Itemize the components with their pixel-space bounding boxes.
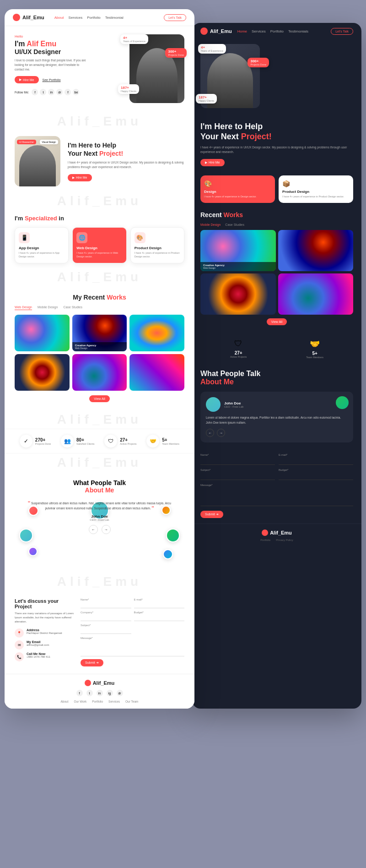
submit-button[interactable]: Submit ➜ [81,659,103,666]
project-hire-me-button[interactable]: ▶ Hire Me [68,174,92,181]
dark-spec-product[interactable]: 📦 Product Design I have 4+ years of expe… [279,175,353,203]
dc-next-button[interactable]: → [217,429,225,437]
work-item-1[interactable] [15,315,70,351]
nav-link-about[interactable]: About [54,16,64,20]
work-item-4[interactable] [15,354,70,391]
watermark-text-3: Alif_Emu [5,268,194,286]
dc-stat-active: 🛡 27+ Active Projects [230,339,247,359]
twitter-icon[interactable]: t [40,89,46,95]
dc-submit-button[interactable]: Submit ➜ [200,511,223,518]
email-input[interactable] [134,602,185,608]
projects-badge: 300+ Projects Done [165,48,187,58]
dark-navbar: Alif_Emu Home Services Portfolio Testimo… [192,23,361,39]
nav-link-portfolio[interactable]: Portfolio [87,16,100,20]
subject-input[interactable] [81,628,131,634]
dc-nav-portfolio[interactable]: Portfolio [270,29,284,33]
works-tab-case[interactable]: Case Studies [63,306,82,310]
behance-icon[interactable]: be [73,89,79,95]
light-hero-section: Hello I'm Alif Emu UI/UX Designer I love… [5,26,194,112]
watermark-text-2: Alif_Emu [5,192,194,210]
dark-specialized-section: 🎨 Design I have 4+ years of experience i… [192,172,361,207]
works-tab-web[interactable]: Web Design [15,306,32,310]
footer-dribbble-icon[interactable]: dr [117,690,123,696]
view-all-button[interactable]: View All [89,395,109,402]
footer-facebook-icon[interactable]: f [76,690,83,696]
dc-prev-button[interactable]: ← [206,429,214,437]
dc-nav-home[interactable]: Home [237,29,247,33]
footer-nav-team[interactable]: Our Team [125,700,138,703]
dc-name-label: Name* [200,453,275,456]
recent-works-section: My Recent Works Web Design Mobile Design… [5,286,194,410]
dc-budget-input[interactable] [279,473,353,480]
footer-nav-about[interactable]: About [61,700,69,703]
product-design-icon: 🎨 [135,232,145,243]
spec-card-web[interactable]: 🌐 Web Design I have 4+ years of experien… [72,227,126,263]
spec-card-product[interactable]: 🎨 Product Design I have 4+ years of expe… [130,227,184,263]
budget-input[interactable] [134,615,185,621]
company-input[interactable] [81,615,131,621]
dark-view-all-wrapper: View All [200,315,353,329]
testimonial-main-content: " Suspendisse ultrices at diam lectus nu… [15,501,184,521]
form-field-name: Name* [81,598,131,608]
dc-nav-services[interactable]: Services [252,29,266,33]
dc-work-item-3[interactable] [200,273,276,315]
linkedin-icon[interactable]: in [48,89,54,95]
floating-avatar-6 [163,549,173,559]
dark-footer: Alif_Emu Portfolio Privacy Policy [192,524,361,547]
dc-testimonial-nav: ← → [206,429,348,437]
work-item-5[interactable] [72,354,127,391]
dc-message-textarea[interactable] [200,488,353,506]
dark-spec-design[interactable]: 🎨 Design I have 4+ years of experience i… [200,175,275,203]
works-heading: My Recent Works [15,294,184,301]
dark-hire-me-button[interactable]: ▶ Hire Me [200,159,225,166]
nav-link-testimonial[interactable]: Testimonial [105,16,124,20]
dc-footer-portfolio[interactable]: Portfolio [260,539,270,541]
footer-twitter-icon[interactable]: t [86,690,93,696]
dribbble-icon[interactable]: dr [56,89,63,95]
dc-work-item-1[interactable]: Creative Agency Web Design [200,230,276,271]
dc-subject-input[interactable] [200,473,275,480]
works-tab-mobile[interactable]: Mobile Design [38,306,58,310]
name-input[interactable] [81,602,131,608]
footer-nav-services[interactable]: Services [108,700,120,703]
dark-logo: Alif_Emu [200,27,232,35]
footer-nav-portfolio[interactable]: Portfolio [92,700,103,703]
dc-testimonial-author: John Doe [224,401,243,405]
dark-project-desc: I have 4+ years of experience in UI/UX D… [200,145,353,154]
message-textarea[interactable] [81,640,184,656]
dc-work-item-4[interactable] [278,273,354,315]
dc-tab-case[interactable]: Case Studies [225,223,244,226]
footer-linkedin-icon[interactable]: in [97,690,103,696]
dc-email-input[interactable] [279,458,353,465]
see-portfolio-button[interactable]: See Portfolio [43,78,61,82]
work-item-6[interactable] [129,354,184,391]
nav-link-services[interactable]: Services [69,16,83,20]
work-item-2[interactable]: Creative Agency Web Design [72,315,127,351]
dc-name-input[interactable] [200,458,275,465]
work-item-3[interactable] [129,315,184,351]
project-person-image: UI Researcher Visual Design [15,136,60,186]
dark-nav-cta-button[interactable]: Let's Talk [331,28,353,35]
footer-logo: Alif_Emu [15,680,184,686]
dc-work-item-2[interactable] [278,230,354,271]
footer-nav-work[interactable]: Our Work [74,700,87,703]
light-nav-cta-button[interactable]: Let's Talk [164,14,186,21]
floating-avatar-5 [166,529,180,542]
dark-view-all-button[interactable]: View All [267,318,287,325]
spec-app-title: App Design [19,246,65,250]
spec-card-app[interactable]: 📱 App Design I have 4+ years of experien… [15,227,69,263]
dark-hero-image: 4+ Years of Experience 300+ Projects Don… [200,44,264,113]
dc-work-overlay-1: Creative Agency Web Design [200,262,276,271]
view-all-wrapper: View All [15,395,184,402]
email-text: My Email alifmu@gmail.com [27,640,49,646]
facebook-icon[interactable]: f [32,89,38,95]
dc-nav-testimonials[interactable]: Testimonials [288,29,308,33]
dc-footer-privacy[interactable]: Privacy Policy [276,539,293,541]
name-label: Name* [81,598,131,601]
dc-tab-mobile[interactable]: Mobile Design [200,223,221,226]
figma-icon[interactable]: f [65,89,71,95]
contact-left: Let's discuss your Project There are man… [15,598,74,666]
address-text: Address Pachlapur District Rangamati [27,628,62,634]
footer-instagram-icon[interactable]: ig [107,690,113,696]
hire-me-button[interactable]: ▶ Hire Me [15,76,39,83]
